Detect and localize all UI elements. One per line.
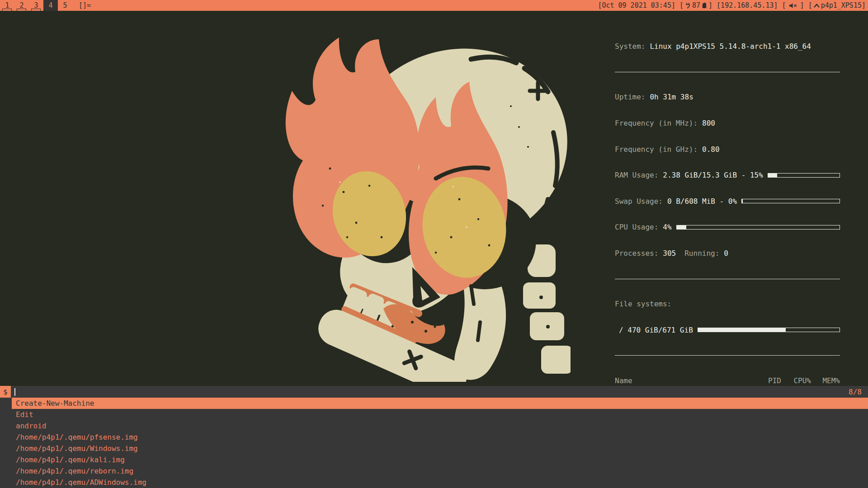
system-label: System:	[615, 42, 645, 51]
tag-occupied-indicator	[31, 9, 41, 11]
battery-percent: 87	[692, 1, 700, 9]
ram-line: RAM Usage:2.38 GiB/15.3 GiB - 15%	[615, 171, 840, 179]
status-bar: 1 2 3 4 5 []= [Oct 09 2021 03:45] [ 87 ]…	[0, 0, 868, 11]
menu-item-android[interactable]: android	[0, 420, 868, 432]
col-cpu: CPU%	[781, 376, 811, 385]
clock: [Oct 09 2021 03:45]	[598, 1, 675, 9]
ram-bar	[768, 173, 840, 178]
running-label: Running:	[684, 249, 719, 258]
bracket: ]	[862, 1, 866, 9]
freq-ghz-label: Frequency (in GHz):	[615, 145, 698, 154]
dmenu-prompt: $	[0, 386, 11, 398]
system-value: Linux p4p1XPS15 5.14.8-arch1-1 x86_64	[650, 42, 811, 51]
bracket: ]	[708, 1, 712, 9]
menu-item-label: android	[16, 422, 46, 430]
filesystem-root-value: / 470 GiB/671 GiB	[615, 326, 693, 334]
processes-label: Processes:	[615, 249, 658, 258]
swap-line: Swap Usage:0 B/608 MiB - 0%	[615, 197, 840, 206]
freq-ghz-line: Frequency (in GHz):0.80	[615, 145, 840, 154]
tag-4-label: 4	[48, 1, 52, 9]
menu-item-label: /home/p4p1/.qemu/pfsense.img	[16, 433, 138, 441]
dmenu-launcher: $ 8/8 Create-New-Machine Edit android /h…	[0, 386, 868, 488]
freq-mhz-line: Frequency (in MHz):800	[615, 119, 840, 127]
power-plug-icon	[685, 3, 691, 9]
cpu-label: CPU Usage:	[615, 223, 658, 231]
audio-segment: [ ]	[782, 1, 804, 9]
processes-value: 305	[663, 249, 676, 258]
battery-icon	[702, 2, 707, 9]
tag-2[interactable]: 2	[14, 0, 29, 11]
menu-item-windows-img[interactable]: /home/p4p1/.qemu/Windows.img	[0, 443, 868, 454]
status-text: [Oct 09 2021 03:45] [ 87 ] [192.168.45.1…	[594, 0, 868, 11]
swap-bar	[741, 199, 840, 203]
menu-item-create-new-machine[interactable]: Create-New-Machine	[0, 398, 868, 409]
menu-item-label: /home/p4p1/.qemu/ADWindows.img	[16, 478, 146, 487]
text-cursor	[14, 388, 15, 396]
separator	[615, 355, 840, 356]
menu-item-label: /home/p4p1/.qemu/Windows.img	[16, 444, 138, 453]
bracket: [	[782, 1, 786, 9]
cpu-bar	[676, 225, 840, 230]
swap-value: 0 B/608 MiB - 0%	[667, 197, 737, 206]
dmenu-input[interactable]	[11, 386, 849, 398]
menu-item-pfsense-img[interactable]: /home/p4p1/.qemu/pfsense.img	[0, 432, 868, 443]
layout-symbol[interactable]: []=	[79, 0, 91, 11]
ip-address: [192.168.45.13]	[717, 1, 778, 9]
bracket: [	[679, 1, 684, 9]
separator	[615, 72, 840, 72]
tag-1[interactable]: 1	[0, 0, 14, 11]
ram-value: 2.38 GiB/15.3 GiB - 15%	[663, 171, 763, 179]
freq-mhz-label: Frequency (in MHz):	[615, 119, 698, 127]
tag-5-label: 5	[63, 1, 67, 9]
menu-item-label: Create-New-Machine	[16, 399, 94, 408]
battery-segment: [ 87 ]	[679, 1, 712, 9]
process-table-header: NamePIDCPU%MEM%	[615, 376, 840, 385]
menu-item-label: Edit	[16, 410, 33, 419]
swap-label: Swap Usage:	[615, 197, 663, 206]
processes-line: Processes:305Running:0	[615, 249, 840, 258]
bracket: [	[808, 1, 812, 9]
tag-occupied-indicator	[2, 9, 12, 11]
uptime-label: Uptime:	[615, 93, 645, 101]
filesystem-root-line: / 470 GiB/671 GiB	[615, 326, 840, 334]
workspace-tags: 1 2 3 4 5	[0, 0, 72, 11]
menu-item-label: /home/p4p1/.qemu/reborn.img	[16, 467, 133, 475]
filesystems-title: File systems:	[615, 300, 840, 308]
tag-4-selected[interactable]: 4	[43, 0, 58, 11]
tag-occupied-indicator	[17, 9, 26, 11]
tag-3[interactable]: 3	[29, 0, 43, 11]
dmenu-match-counter: 8/8	[849, 388, 868, 396]
wallpaper-flaming-skull-illustration	[277, 33, 571, 382]
col-mem: MEM%	[811, 376, 840, 385]
cpu-value: 4%	[663, 223, 671, 231]
separator	[615, 279, 840, 279]
uptime-line: Uptime:0h 31m 38s	[615, 93, 840, 101]
hostname: p4p1_XPS15	[821, 1, 862, 9]
bracket: ]	[800, 1, 804, 9]
running-value: 0	[724, 249, 728, 258]
uptime-value: 0h 31m 38s	[650, 93, 693, 101]
col-pid: PID	[738, 376, 781, 385]
speaker-muted-icon	[789, 3, 797, 9]
network-caret-icon	[814, 4, 820, 8]
freq-ghz-value: 0.80	[702, 145, 720, 154]
menu-item-label: /home/p4p1/.qemu/kali.img	[16, 455, 125, 464]
host-segment: [ p4p1_XPS15 ]	[808, 1, 866, 9]
freq-mhz-value: 800	[702, 119, 715, 127]
system-line: System:Linux p4p1XPS15 5.14.8-arch1-1 x8…	[615, 42, 840, 51]
dmenu-prompt-bar: $ 8/8	[0, 386, 868, 398]
menu-item-edit[interactable]: Edit	[0, 409, 868, 420]
col-name: Name	[615, 376, 738, 385]
prompt-symbol: $	[3, 388, 8, 396]
tag-5[interactable]: 5	[58, 0, 72, 11]
menu-item-reborn-img[interactable]: /home/p4p1/.qemu/reborn.img	[0, 465, 868, 477]
ram-label: RAM Usage:	[615, 171, 658, 179]
menu-item-adwindows-img[interactable]: /home/p4p1/.qemu/ADWindows.img	[0, 477, 868, 488]
cpu-line: CPU Usage:4%	[615, 223, 840, 231]
filesystem-bar	[698, 328, 840, 332]
menu-item-kali-img[interactable]: /home/p4p1/.qemu/kali.img	[0, 454, 868, 465]
